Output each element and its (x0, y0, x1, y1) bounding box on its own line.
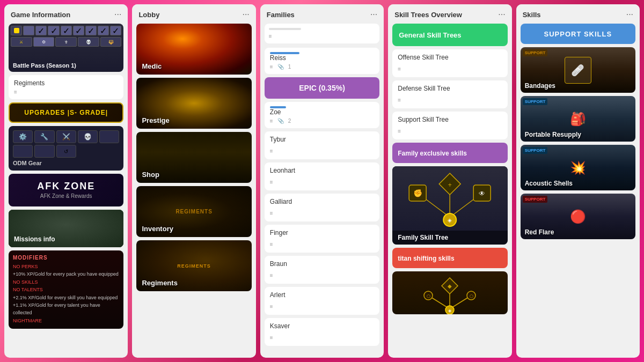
afk-zone-card[interactable]: AFK ZONE AFK Zone & Rewards (9, 174, 123, 206)
svg-text:⬡: ⬡ (427, 294, 430, 299)
game-info-content: ✓ ✓ ✓ ✓ ✓ ✓ ✓ ⚔ ⚙ 🗡 💀 🔱 Battle Pass (Sea… (4, 24, 128, 358)
titan-visual-card[interactable]: ◆ ⬡ ⬡ ◈ (392, 271, 507, 314)
bp-cell-2 (23, 26, 34, 35)
game-info-menu-icon[interactable]: ··· (114, 10, 121, 19)
medic-label: Medic (142, 62, 162, 70)
family-skill-tree-card[interactable]: ◈ ✊ + 👁 Family Skill Tree (392, 166, 507, 245)
tybur-name: Tybur (270, 136, 374, 143)
red-flare-skill-card[interactable]: SUPPORT 🔴 Red Flare (521, 194, 635, 239)
bp-cell-1 (11, 26, 22, 35)
lobby-medic-card[interactable]: Medic (136, 24, 251, 75)
family-ksaver-card[interactable]: Ksaver ≡ (265, 318, 379, 346)
family-reiss-card[interactable]: Reiss ≡ 📎 1 (265, 48, 379, 74)
grades-card[interactable]: UPGRADES |S- GRADE| (9, 102, 123, 123)
modifier-item-4: NO TALENTS (13, 286, 119, 293)
bp-cell-7: ✓ (85, 26, 97, 35)
missions-label: Missions info (14, 235, 55, 243)
skill-trees-content: General Skill Trees Offense Skill Tree ≡… (388, 24, 511, 358)
skills-content: SUPPORT SKILLS SUPPORT 🩹 Bandages SUPPOR… (516, 24, 640, 358)
bp-cell-10: ⚔ (11, 37, 32, 47)
finger-line: ≡ (270, 241, 273, 247)
skill-trees-header: Skill Trees Overview ··· (388, 4, 511, 24)
regiments-line-icon: ≡ (14, 89, 118, 95)
afk-text: AFK ZONE (14, 181, 118, 191)
modifiers-card[interactable]: MODIFIERS NO PERKS +10% XP/Gold for ever… (9, 250, 123, 329)
modifiers-title: MODIFIERS (13, 255, 119, 261)
family-zoe-card[interactable]: Zoe ≡ 📎 2 (265, 102, 379, 128)
support-skills-text: SUPPORT SKILLS (544, 30, 612, 38)
svg-text:⬡: ⬡ (470, 294, 473, 299)
regiments-info-card[interactable]: Regiments ≡ (9, 75, 123, 99)
families-column: Families ··· ≡ Reiss ≡ 📎 1 EPIC (0.35%) (260, 4, 384, 358)
lobby-content: Medic Prestige Shop REGIMENTS Inventory … (132, 24, 255, 358)
odm-gear-card[interactable]: ⚙️ 🔧 ⚔️ 💀 ↺ ODM Gear (9, 126, 123, 171)
prestige-label: Prestige (142, 116, 169, 124)
titan-shifting-text: titan shifting skills (398, 255, 454, 262)
offense-label: Offense Skill Tree (398, 54, 502, 61)
ksaver-line: ≡ (270, 335, 273, 341)
family-tybur-card[interactable]: Tybur ≡ (265, 131, 379, 159)
lobby-column: Lobby ··· Medic Prestige Shop REGIMENTS … (132, 4, 255, 358)
support-line: ≡ (398, 128, 401, 134)
skill-trees-menu-icon[interactable]: ··· (498, 10, 505, 19)
lobby-menu-icon[interactable]: ··· (242, 10, 249, 19)
families-header: Families ··· (260, 4, 384, 24)
family-finger-card[interactable]: Finger ≡ (265, 225, 379, 253)
odm-cell-6 (13, 145, 33, 158)
grades-text: UPGRADES |S- GRADE| (15, 109, 117, 116)
battle-pass-card[interactable]: ✓ ✓ ✓ ✓ ✓ ✓ ✓ ⚔ ⚙ 🗡 💀 🔱 Battle Pass (Sea… (9, 24, 123, 72)
family-exclusive-text: Family exclusive skills (398, 150, 467, 157)
support-label: Support Skill Tree (398, 116, 502, 123)
game-information-column: Game Information ··· ✓ ✓ ✓ ✓ ✓ ✓ ✓ ⚔ (4, 4, 128, 358)
svg-text:👁: 👁 (479, 190, 485, 197)
bp-cell-5: ✓ (61, 26, 72, 35)
modifier-item-1: NO PERKS (13, 263, 119, 270)
missions-card[interactable]: Missions info (9, 210, 123, 247)
epic-banner[interactable]: EPIC (0.35%) (265, 77, 379, 99)
odm-cell-8: ↺ (56, 145, 76, 158)
family-galliard-card[interactable]: Galliard ≡ (265, 194, 379, 221)
modifier-item-3: NO SKILLS (13, 278, 119, 286)
general-skill-trees-card[interactable]: General Skill Trees (392, 24, 507, 46)
svg-text:◈: ◈ (448, 308, 452, 313)
acoustic-shells-skill-card[interactable]: SUPPORT 💥 Acoustic Shells (521, 145, 635, 190)
reiss-line: ≡ (270, 64, 273, 70)
bp-cell-8: ✓ (98, 26, 109, 35)
family-exclusive-card[interactable]: Family exclusive skills (392, 143, 507, 163)
epic-text: EPIC (0.35%) (271, 84, 373, 92)
support-skill-tree-card[interactable]: Support Skill Tree ≡ (392, 112, 507, 139)
zoe-name: Zoe (270, 108, 374, 116)
portable-resupply-skill-card[interactable]: SUPPORT 🎒 Portable Resupply (521, 96, 635, 142)
lobby-prestige-card[interactable]: Prestige (136, 78, 251, 129)
bp-cell-11: ⚙ (33, 37, 55, 47)
skill-trees-column: Skill Trees Overview ··· General Skill T… (388, 4, 511, 358)
lobby-inventory-card[interactable]: REGIMENTS Inventory (136, 186, 251, 237)
offense-skill-tree-card[interactable]: Offense Skill Tree ≡ (392, 49, 507, 77)
odm-cell-4: 💀 (78, 130, 98, 143)
titan-shifting-card[interactable]: titan shifting skills (392, 248, 507, 268)
lobby-shop-card[interactable]: Shop (136, 132, 251, 183)
lobby-regiments-card[interactable]: REGIMENTS Regiments (136, 240, 251, 291)
regiments-lobby-label: Regiments (142, 279, 177, 287)
support-skills-banner[interactable]: SUPPORT SKILLS (521, 24, 635, 44)
odm-cell-7 (34, 145, 54, 158)
skills-column: Skills ··· SUPPORT SKILLS SUPPORT 🩹 Band… (516, 4, 640, 358)
defense-skill-tree-card[interactable]: Defense Skill Tree ≡ (392, 80, 507, 108)
skills-menu-icon[interactable]: ··· (626, 10, 633, 19)
families-menu-icon[interactable]: ··· (370, 10, 377, 19)
arlert-name: Arlert (270, 291, 374, 299)
family-arlert-card[interactable]: Arlert ≡ (265, 287, 379, 315)
portable-resupply-label: Portable Resupply (525, 131, 581, 138)
defense-label: Defense Skill Tree (398, 85, 502, 92)
lobby-header: Lobby ··· (132, 4, 255, 24)
galliard-name: Galliard (270, 198, 374, 205)
bp-cell-4: ✓ (48, 26, 59, 35)
family-braun-card[interactable]: Braun ≡ (265, 256, 379, 284)
bp-cell-3: ✓ (35, 26, 47, 35)
galliard-line: ≡ (270, 210, 273, 216)
offense-line: ≡ (398, 66, 401, 72)
bandages-skill-card[interactable]: SUPPORT 🩹 Bandages (521, 47, 635, 93)
skills-header: Skills ··· (516, 4, 640, 24)
family-leonhart-card[interactable]: Leonhart ≡ (265, 162, 379, 190)
zoe-attach-icon: 📎 (277, 118, 284, 124)
